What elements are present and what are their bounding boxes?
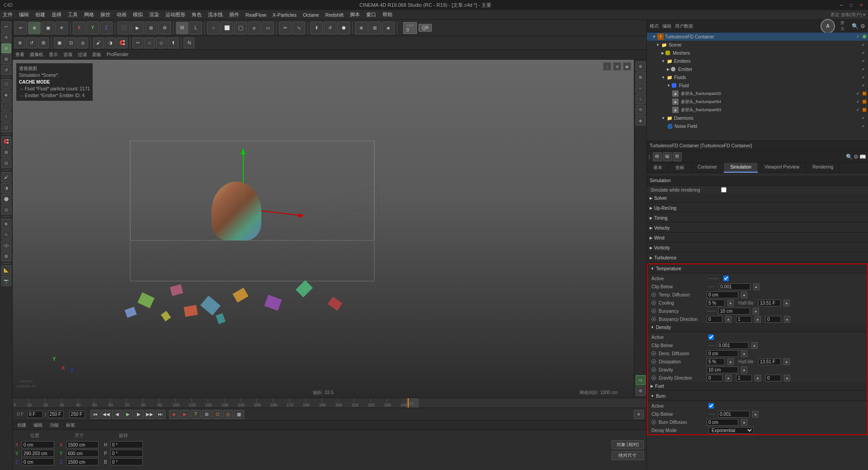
diss-halflife-input[interactable] (758, 358, 781, 365)
btn-sim-extra[interactable]: ▦ (234, 410, 244, 419)
gravdir-radio[interactable]: ● (651, 376, 656, 380)
menu-file[interactable]: 文件 (3, 11, 13, 18)
menu-select[interactable]: 选择 (52, 11, 61, 18)
dissipation-input[interactable] (707, 358, 725, 365)
end-frame-input2[interactable] (69, 411, 85, 418)
btn-goto-start[interactable]: ⏮ (90, 410, 100, 419)
gravity-up[interactable]: ▲ (741, 367, 747, 373)
tb-live-selection[interactable]: ⊕ (28, 22, 41, 34)
gravdir-x-input[interactable] (707, 375, 722, 381)
burn-active-checkbox[interactable] (708, 403, 714, 409)
rpt-search-icon[interactable]: 🔍 (846, 154, 853, 160)
buoyancydir-z-input[interactable] (765, 316, 781, 323)
viewport-menu-options[interactable]: 选项 (63, 52, 72, 58)
burn-diff-up[interactable]: ▲ (741, 419, 747, 426)
menu-window[interactable]: 窗口 (366, 11, 376, 18)
tb-render-active[interactable]: ▶ (131, 22, 144, 34)
qr-button[interactable]: QR (419, 24, 432, 32)
tree-item-daemons[interactable]: ▼ 📁 Daemons ✓ (647, 114, 868, 122)
pos-x-input[interactable] (22, 441, 54, 448)
gravity-radio[interactable]: ● (651, 367, 656, 372)
dens-diff-up[interactable]: ▲ (741, 350, 747, 357)
btn-sim-anim[interactable]: ◎ (223, 410, 233, 419)
tool-grid[interactable]: ⊞ (1, 147, 11, 157)
tree-item-meshers[interactable]: ▶ Meshers ✓ (647, 49, 868, 57)
tree-check-fluids[interactable]: ✓ (861, 75, 866, 80)
dens-diffusion-input[interactable] (707, 350, 738, 357)
tb-bezier[interactable]: ∿ (292, 22, 305, 34)
tb-null[interactable]: ○ (207, 22, 220, 34)
gravdir-y-input[interactable] (736, 375, 752, 381)
tool-undo[interactable]: ↩ (1, 22, 11, 32)
tree-item-emitters[interactable]: ▼ 📁 Emitters ✓ (647, 57, 868, 65)
rpt-edit[interactable]: 编 (663, 152, 672, 161)
maximize-button[interactable]: □ (848, 2, 854, 8)
tree-item-fracture20[interactable]: ▲ 龄部头_fracturepart20 ✓ (647, 89, 868, 98)
rpt-mode[interactable]: 模 (653, 152, 662, 161)
dens-diff-radio[interactable]: ● (651, 351, 656, 356)
tb-render-all[interactable]: ⊞ (145, 22, 157, 34)
tb-sweep[interactable]: ⬟ (337, 22, 350, 34)
temp-diffusion-radio[interactable]: ● (651, 292, 656, 297)
menu-realflow[interactable]: RealFlow (245, 12, 266, 18)
scene-header-edit[interactable]: 编辑 (662, 23, 671, 29)
btn-play[interactable]: ▶ (123, 410, 133, 419)
temp-clipbelow-input[interactable] (719, 283, 750, 290)
tab-basic[interactable]: 基本 (647, 163, 669, 173)
tb-undo[interactable]: ↩ (14, 22, 27, 34)
tool-select[interactable]: ✛ (1, 33, 11, 42)
menu-help[interactable]: 帮助 (382, 11, 392, 18)
tree-item-fracture83[interactable]: ▲ 龄部头_fracturepart83 ✓ (647, 106, 868, 114)
current-frame-input[interactable] (27, 411, 43, 418)
viewport[interactable]: 透视视图 Simulation *Scene*: CACHE MODE → Fl… (13, 60, 646, 398)
vorticity-section[interactable]: ▶ Vorticity (647, 244, 868, 253)
tool-move[interactable]: ⊕ (1, 43, 11, 53)
vp-rt-num1[interactable]: =1 (636, 375, 646, 385)
scene-header-mode[interactable]: 模式 (650, 23, 659, 29)
temp-active-checkbox[interactable] (723, 276, 729, 281)
diss-hl-up[interactable]: ▲ (783, 358, 790, 365)
btn-sim-info[interactable]: ? (191, 410, 201, 419)
tool-rotate[interactable]: ↺ (1, 65, 11, 75)
tool-camera[interactable]: 📷 (1, 276, 11, 286)
tree-check-emitter[interactable]: ✓ (861, 66, 866, 72)
size-y-input[interactable] (66, 450, 99, 457)
btn-timeline-extra[interactable]: ≡ (634, 410, 644, 419)
tool-parent[interactable]: ⬡ (1, 79, 11, 89)
tb2-select2[interactable]: ⊡ (66, 38, 76, 48)
burn-diff-radio[interactable]: ● (651, 420, 656, 424)
viewport-menu-filter[interactable]: 过滤 (78, 52, 87, 58)
tb-cube[interactable]: ⬜ (221, 22, 233, 34)
tool-character2[interactable]: ◎ (1, 205, 11, 215)
buoyancy-input[interactable] (718, 308, 750, 315)
viewport-menu-camera[interactable]: 摄像机 (30, 52, 43, 58)
end-frame-input[interactable] (48, 411, 64, 418)
tb2-knife[interactable]: ✂ (132, 38, 143, 48)
rot-p-input[interactable] (110, 450, 143, 457)
vp-rt-btn6[interactable]: ◈ (636, 116, 646, 126)
tb2-select3[interactable]: ◎ (77, 38, 88, 48)
tool-mirror[interactable]: ◁▷ (1, 240, 11, 250)
viewport-btn-fit[interactable]: ↕ (603, 62, 611, 70)
tool-workplane[interactable]: ⊟ (1, 158, 11, 168)
btn-sim-play[interactable]: ▶ (180, 410, 190, 419)
menu-manipulate[interactable]: 操控 (100, 11, 110, 18)
timing-section[interactable]: ▶ Timing (647, 214, 868, 223)
menu-octane[interactable]: Octane (303, 12, 319, 18)
tb2-bevel[interactable]: ◇ (156, 38, 167, 48)
tb2-scale-object[interactable]: ⊞ (38, 38, 49, 48)
menu-xparticles[interactable]: X-Particles (273, 12, 297, 18)
btn-absolute-size[interactable]: 绝对尺寸 (612, 451, 644, 460)
fuel-section[interactable]: ▶ Fuel (648, 382, 867, 391)
viewport-menu-view[interactable]: 查看 (15, 52, 24, 58)
temperature-section[interactable]: ▼ Temperature (648, 264, 867, 273)
bdir-x-up[interactable]: ▲ (725, 316, 731, 323)
buoyancydir-radio[interactable]: ● (651, 317, 656, 321)
gdir-z-up[interactable]: ▲ (784, 375, 790, 381)
viewport-menu-prorender[interactable]: ProRender (107, 52, 128, 57)
gravity-input[interactable] (707, 367, 738, 373)
tree-check-turbulencefd[interactable]: ✓ (855, 34, 861, 39)
buoyancy-radio[interactable]: ● (651, 309, 656, 313)
gdir-y-up[interactable]: ▲ (755, 375, 761, 381)
diss-up[interactable]: ▲ (727, 358, 734, 365)
